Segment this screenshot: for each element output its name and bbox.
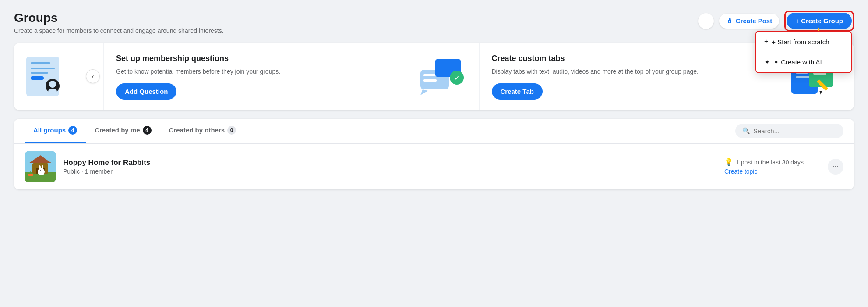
add-question-button[interactable]: Add Question — [116, 83, 176, 100]
tabs-nav: All groups 4 Created by me 4 Created by … — [25, 119, 245, 143]
svg-marker-11 — [420, 89, 428, 95]
svg-rect-2 — [31, 68, 55, 69]
page-subtitle: Create a space for members to connect an… — [14, 27, 224, 34]
tabs-header: All groups 4 Created by me 4 Created by … — [14, 119, 854, 143]
more-options-button[interactable]: ··· — [698, 13, 714, 29]
page-title-area: Groups Create a space for members to con… — [14, 11, 224, 34]
svg-marker-24 — [818, 90, 823, 95]
start-from-scratch-item[interactable]: + + Start from scratch — [756, 32, 851, 52]
create-with-ai-label: ✦ Create with AI — [773, 58, 822, 66]
svg-point-6 — [49, 81, 56, 88]
svg-text:✓: ✓ — [454, 74, 460, 82]
header-actions: ··· 🕯 Create Post + Create Group 👆 — [698, 11, 854, 31]
custom-tabs-card-desc: Display tabs with text, audio, videos an… — [492, 67, 779, 76]
svg-rect-35 — [28, 174, 33, 176]
activity-row: 💡 1 post in the last 30 days — [724, 158, 804, 166]
tab-all-groups-badge: 4 — [68, 126, 77, 135]
membership-card-title: Set up membership questions — [116, 54, 408, 64]
create-topic-link[interactable]: Create topic — [724, 168, 757, 175]
svg-point-7 — [48, 89, 57, 94]
membership-card-content: Set up membership questions Get to know … — [116, 54, 408, 100]
tab-created-by-others-badge: 0 — [227, 126, 236, 135]
svg-rect-4 — [31, 76, 44, 80]
svg-point-34 — [40, 170, 41, 171]
page-header: Groups Create a space for members to con… — [14, 11, 854, 34]
create-group-wrapper: + Create Group 👆 + + Start from scratch … — [787, 13, 852, 29]
tab-created-by-others[interactable]: Created by others 0 — [160, 119, 245, 143]
create-post-label: Create Post — [736, 17, 772, 25]
tabs-section: All groups 4 Created by me 4 Created by … — [14, 119, 854, 189]
custom-tabs-card-content: Create custom tabs Display tabs with tex… — [492, 54, 779, 100]
groups-search-area: 🔍 — [735, 124, 843, 138]
create-group-label: + Create Group — [795, 17, 843, 25]
tab-all-groups-label: All groups — [33, 126, 66, 134]
activity-bulb-icon: 💡 — [724, 158, 733, 166]
chat-illustration: ✓ — [418, 57, 466, 96]
group-name: Hoppy Home for Rabbits — [63, 158, 717, 167]
more-dots-icon: ··· — [702, 16, 709, 25]
membership-illustration — [20, 54, 77, 98]
custom-tabs-card-title: Create custom tabs — [492, 54, 779, 64]
group-more-button[interactable]: ··· — [828, 159, 843, 175]
membership-card-illustration: ✓ — [418, 57, 466, 96]
svg-point-32 — [39, 165, 41, 170]
svg-rect-3 — [31, 72, 48, 74]
tab-created-by-me-badge: 4 — [143, 126, 152, 135]
page-title: Groups — [14, 11, 224, 25]
chevron-left-icon: ‹ — [92, 73, 94, 80]
create-tab-button[interactable]: Create Tab — [492, 83, 543, 100]
tab-all-groups[interactable]: All groups 4 — [25, 119, 86, 143]
svg-rect-18 — [796, 76, 810, 78]
groups-search-input[interactable] — [753, 127, 836, 135]
rabbit-group-avatar — [25, 151, 56, 182]
group-avatar — [25, 151, 56, 182]
create-group-dropdown-area: + Create Group 👆 + + Start from scratch … — [784, 11, 854, 31]
cards-section: ‹ Set up membership questions Get to kno… — [14, 43, 854, 110]
membership-card-desc: Get to know potential members before the… — [116, 67, 408, 76]
tab-created-by-others-label: Created by others — [169, 126, 225, 134]
plus-icon: + — [764, 38, 768, 46]
svg-point-33 — [42, 165, 43, 170]
flame-icon: 🕯 — [726, 17, 733, 25]
group-activity: 💡 1 post in the last 30 days Create topi… — [724, 158, 821, 175]
svg-rect-10 — [423, 79, 437, 82]
card-nav-left: ‹ — [14, 43, 103, 110]
tab-created-by-me[interactable]: Created by me 4 — [86, 119, 160, 143]
create-with-ai-item[interactable]: ✦ ✦ Create with AI — [756, 52, 851, 72]
sparkle-icon: ✦ — [764, 58, 770, 66]
tab-created-by-me-label: Created by me — [95, 126, 140, 134]
group-list-item: Hoppy Home for Rabbits Public · 1 member… — [14, 143, 854, 189]
svg-rect-1 — [31, 62, 50, 64]
group-meta: Public · 1 member — [63, 168, 717, 175]
create-group-dropdown: + + Start from scratch ✦ ✦ Create with A… — [755, 31, 852, 73]
membership-card: Set up membership questions Get to know … — [103, 43, 479, 110]
group-info: Hoppy Home for Rabbits Public · 1 member — [63, 158, 717, 175]
carousel-prev-button[interactable]: ‹ — [86, 69, 100, 83]
start-from-scratch-label: + Start from scratch — [772, 38, 829, 46]
create-group-button[interactable]: + Create Group — [787, 13, 852, 29]
activity-text: 1 post in the last 30 days — [736, 159, 804, 166]
create-post-button[interactable]: 🕯 Create Post — [719, 14, 779, 29]
group-more-icon: ··· — [832, 162, 839, 171]
search-icon: 🔍 — [742, 127, 750, 134]
